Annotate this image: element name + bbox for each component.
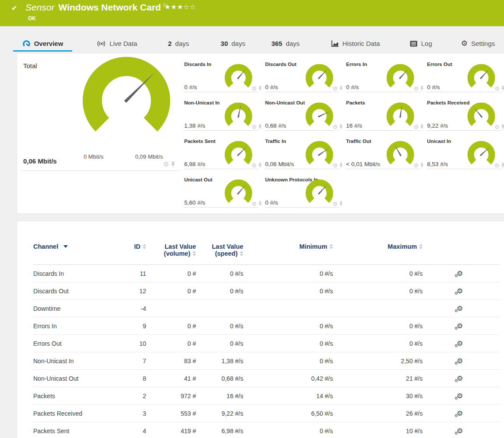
tab-historic-data[interactable]: Historic Data [324,37,387,50]
minimum-cell: 0 #/s [243,428,333,435]
tab-log[interactable]: Log [405,37,438,50]
tab-365-days[interactable]: 365 days [265,37,306,50]
gear-icon[interactable]: ⚙ [332,86,338,91]
gear-icon[interactable]: ⚙ [413,124,419,130]
channel-settings-gears-icon[interactable]: ⚙⚙ [457,410,463,417]
channel-settings-gears-icon[interactable]: ⚙⚙ [457,340,463,347]
sort-icon [143,244,146,249]
pin-icon[interactable] [420,86,424,91]
tab-bar: Overview Live Data 2 days 30 days 365 da… [0,37,504,50]
gear-icon[interactable]: ⚙ [413,86,419,91]
gauge-min-label: 0 Mbit/s [84,153,104,160]
channel-settings-gears-icon[interactable]: ⚙⚙ [457,288,463,295]
minimum-cell: 14 #/s [243,393,333,400]
gauge-chart [222,63,255,92]
pin-icon[interactable] [339,86,343,91]
minimum-cell: 0 #/s [243,288,333,295]
gear-icon[interactable]: ⚙ [252,86,257,91]
pin-icon[interactable] [258,201,262,207]
pin-icon[interactable] [258,86,262,91]
mini-gauge-cell[interactable]: Unicast Out 5,60 #/s ⚙ [184,176,259,208]
column-header-channel[interactable]: Channel [33,243,120,264]
column-header-maximum[interactable]: Maximum [333,243,423,264]
gauge-chart [303,140,336,169]
gear-icon[interactable]: ⚙ [332,124,338,130]
channel-settings-gears-icon[interactable]: ⚙⚙ [457,393,463,400]
gear-icon[interactable]: ⚙ [252,124,257,130]
mini-gauge-cell[interactable]: Errors In 0 #/s ⚙ [346,61,420,92]
gear-icon[interactable]: ⚙ [252,163,257,168]
channel-settings-gears-icon[interactable]: ⚙⚙ [457,428,463,435]
channel-id-cell: 12 [120,288,146,295]
mini-gauge-cell[interactable]: Packets 16 #/s ⚙ [346,99,420,131]
gauge-title: Packets Received [427,100,469,105]
stars-filled[interactable]: ★★★ [164,3,183,11]
table-row: Non-Unicast In 7 83 # 1,38 #/s 0 #/s 2,5… [33,352,499,370]
gear-icon[interactable]: ⚙ [413,163,419,168]
gear-icon[interactable]: ⚙ [163,161,169,168]
pin-icon[interactable] [258,163,262,168]
gauge-chart [303,101,336,130]
gear-icon: ⚙ [461,40,468,47]
gauge-icon [22,39,31,48]
mini-gauge-cell[interactable]: Traffic Out < 0,01 Mbit/s ⚙ [346,138,420,169]
pin-icon[interactable] [339,163,343,168]
mini-gauge-cell[interactable]: Non-Unicast Out 0,68 #/s ⚙ [265,99,340,131]
gear-icon[interactable]: ⚙ [252,201,257,207]
sort-icon [329,244,333,249]
channel-table-header: Channel ID Last Value (volume) Last Valu… [33,243,499,265]
total-gauge-chart [80,56,172,140]
channel-id-cell: 4 [120,428,146,435]
channel-settings-gears-icon[interactable]: ⚙⚙ [457,358,463,365]
pin-icon[interactable] [420,124,424,130]
mini-gauge-cell[interactable]: Discards Out 0 #/s ⚙ [265,61,340,92]
mini-gauge-cell[interactable]: Packets Sent 6,98 #/s ⚙ [184,138,259,169]
column-header-minimum[interactable]: Minimum [243,243,333,264]
tab-settings[interactable]: ⚙ Settings [455,37,501,50]
channel-name-cell: Packets [33,393,120,400]
channel-settings-gears-icon[interactable]: ⚙⚙ [457,305,463,312]
column-header-last-value-speed[interactable]: Last Value (speed) [196,243,243,264]
gear-icon[interactable]: ⚙ [494,124,500,130]
tab-30-days[interactable]: 30 days [214,37,252,50]
pin-icon[interactable] [501,124,504,130]
mini-gauge-cell[interactable]: Discards In 0 #/s ⚙ [184,61,259,92]
pin-icon[interactable] [501,86,504,91]
pin-icon[interactable] [171,161,175,168]
last-value-speed-cell: 9,22 #/s [196,410,243,417]
tab-2-days[interactable]: 2 days [161,37,196,50]
channel-id-cell: -4 [120,305,146,312]
gear-icon[interactable]: ⚙ [494,163,500,168]
stars-empty[interactable]: ☆☆ [183,3,196,11]
mini-gauge-cell[interactable]: Errors Out 0 #/s ⚙ [427,61,501,92]
pin-icon[interactable] [339,201,343,207]
mini-gauge-cell[interactable]: Non-Unicast In 1,38 #/s ⚙ [184,99,259,131]
minimum-cell: 0 #/s [243,340,333,347]
priority-stars[interactable]: ★★★☆☆ [164,3,196,11]
mini-gauge-cell[interactable]: Traffic In 0,06 Mbit/s ⚙ [265,138,340,169]
channel-name-cell: Packets Sent [33,428,120,435]
tab-live-data[interactable]: Live Data [90,37,144,50]
column-header-id[interactable]: ID [120,243,146,264]
gauge-title: Unicast Out [184,177,213,182]
channel-settings-gears-icon[interactable]: ⚙⚙ [457,270,463,277]
mini-gauge-cell[interactable]: Unicast In 8,53 #/s ⚙ [427,138,501,169]
gauge-title: Traffic In [265,139,286,144]
gear-icon[interactable]: ⚙ [332,201,338,207]
channel-settings-gears-icon[interactable]: ⚙⚙ [457,375,463,382]
gear-icon[interactable]: ⚙ [494,86,500,91]
pin-icon[interactable] [501,163,504,168]
channel-table-panel: Channel ID Last Value (volume) Last Valu… [17,221,504,438]
column-header-last-value-volume[interactable]: Last Value (volume) [146,243,196,264]
mini-gauge-cell[interactable]: Unknown Protocols In 0 #/s ⚙ [265,176,340,208]
last-value-volume-cell: 553 # [146,410,196,417]
pin-icon[interactable] [339,124,343,130]
tab-label: days [175,40,189,47]
channel-settings-gears-icon[interactable]: ⚙⚙ [457,323,463,330]
mini-gauge-cell[interactable]: Packets Received 9,22 #/s ⚙ [427,99,501,131]
pin-icon[interactable] [420,163,424,168]
last-value-volume-cell: 972 # [146,393,196,400]
tab-overview[interactable]: Overview [13,37,72,50]
pin-icon[interactable] [258,124,262,130]
gear-icon[interactable]: ⚙ [332,163,338,168]
